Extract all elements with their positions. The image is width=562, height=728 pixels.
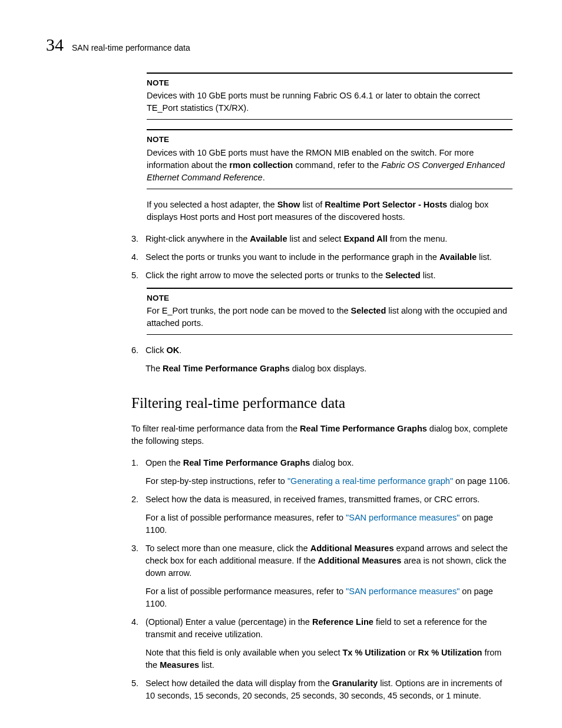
sub-paragraph: For a list of possible performance measu… [146, 585, 513, 610]
text: . [263, 173, 265, 182]
command-name: rmon collection [229, 160, 293, 170]
text: Open the [146, 458, 183, 467]
step-item: 4. (Optional) Enter a value (percentage)… [131, 616, 513, 671]
step-number: 4. [131, 616, 146, 671]
step-content: Click the right arrow to move the select… [146, 269, 513, 282]
text: dialog box. [310, 458, 353, 467]
note-block: NOTE Devices with 10 GbE ports must be r… [147, 73, 513, 120]
step-item: 4. Select the ports or trunks you want t… [131, 251, 513, 263]
text: For a list of possible performance measu… [146, 513, 346, 522]
step-content: (Optional) Enter a value (percentage) in… [146, 616, 513, 671]
text: Click [146, 345, 166, 355]
ui-label: Additional Measures [310, 543, 394, 553]
paragraph: If you selected a host adapter, the Show… [147, 199, 513, 223]
note-text: For E_Port trunks, the port node can be … [147, 305, 513, 330]
text: Select how detailed the data will displa… [146, 678, 332, 688]
text: Right-click anywhere in the [146, 234, 250, 243]
note-text: Devices with 10 GbE ports must be runnin… [147, 90, 513, 114]
note-label: NOTE [147, 292, 513, 304]
note-text: Devices with 10 GbE ports must have the … [147, 147, 513, 184]
step-content: Select how detailed the data will displa… [146, 677, 513, 702]
ui-label: Tx % Utilization [343, 648, 406, 657]
step-item: 6. Click OK. The Real Time Performance G… [131, 344, 513, 375]
step-item: 5. Select how detailed the data will dis… [131, 677, 513, 702]
step-number: 3. [131, 233, 146, 245]
ui-label: Measures [160, 660, 199, 670]
ui-label: Granularity [332, 678, 378, 688]
ui-label: Available [250, 234, 287, 243]
text: Select the ports or trunks you want to i… [146, 252, 439, 262]
step-item: 3. To select more than one measure, clic… [131, 542, 513, 610]
text: Click the right arrow to move the select… [146, 271, 385, 280]
step-number: 5. [131, 269, 146, 282]
step-content: Select the ports or trunks you want to i… [146, 251, 513, 263]
cross-ref-link[interactable]: "Generating a real-time performance grap… [287, 476, 453, 486]
ui-label: Expand All [343, 234, 387, 243]
text: To select more than one measure, click t… [146, 543, 310, 553]
text: Select how the data is measured, in rece… [146, 495, 480, 504]
note-label: NOTE [147, 77, 513, 89]
step-number: 2. [131, 493, 146, 536]
cross-ref-link[interactable]: "SAN performance measures" [346, 587, 459, 596]
section-heading: Filtering real-time performance data [131, 393, 513, 414]
text: on page 1106. [453, 476, 510, 486]
ui-label: Real Time Performance Graphs [163, 364, 290, 373]
note-block: NOTE For E_Port trunks, the port node ca… [147, 288, 513, 335]
body-column: NOTE For E_Port trunks, the port node ca… [147, 288, 513, 335]
note-label: NOTE [147, 134, 513, 146]
step-number: 3. [131, 542, 146, 610]
body-column: NOTE Devices with 10 GbE ports must be r… [147, 73, 513, 223]
ui-label: Rx % Utilization [418, 648, 482, 657]
ui-label: Reference Line [312, 617, 373, 627]
text: list of [300, 200, 325, 209]
text: command, refer to the [293, 160, 381, 170]
ui-label: Selected [351, 306, 386, 315]
step-number: 4. [131, 251, 146, 263]
text: dialog box displays. [290, 364, 367, 373]
text: list. [199, 660, 214, 670]
text: Note that this field is only available w… [146, 648, 343, 657]
text: (Optional) Enter a value (percentage) in… [146, 617, 312, 627]
text: or [406, 648, 418, 657]
text: If you selected a host adapter, the [147, 200, 277, 209]
cross-ref-link[interactable]: "SAN performance measures" [346, 513, 459, 522]
step-item: 5. Click the right arrow to move the sel… [131, 269, 513, 282]
text: To filter real-time performance data fro… [131, 424, 300, 433]
text: list. [421, 271, 436, 280]
step-item: 1. Open the Real Time Performance Graphs… [131, 457, 513, 487]
step-content: Click OK. The Real Time Performance Grap… [146, 344, 513, 375]
step-content: To select more than one measure, click t… [146, 542, 513, 610]
step-number: 6. [131, 344, 146, 375]
step-item: 3. Right-click anywhere in the Available… [131, 233, 513, 245]
ui-label: Available [439, 252, 477, 262]
text: list. [477, 252, 492, 262]
page-header: 34 SAN real-time performance data [46, 32, 513, 58]
step-number: 5. [131, 677, 146, 702]
note-block: NOTE Devices with 10 GbE ports must have… [147, 129, 513, 189]
step-list: 1. Open the Real Time Performance Graphs… [131, 457, 513, 702]
step-item: 2. Select how the data is measured, in r… [131, 493, 513, 536]
text: . [179, 345, 181, 355]
section: Filtering real-time performance data To … [131, 393, 513, 447]
text: For E_Port trunks, the port node can be … [147, 306, 351, 315]
text: list and select [287, 234, 343, 243]
sub-paragraph: For step-by-step instructions, refer to … [146, 475, 513, 487]
ui-label: Show [277, 200, 300, 209]
sub-paragraph: Note that this field is only available w… [146, 647, 513, 671]
text: For step-by-step instructions, refer to [146, 476, 287, 486]
step-content: Open the Real Time Performance Graphs di… [146, 457, 513, 487]
step-list: 6. Click OK. The Real Time Performance G… [131, 344, 513, 375]
ui-label: Real Time Performance Graphs [300, 424, 427, 433]
step-number: 1. [131, 457, 146, 487]
text: The [146, 364, 163, 373]
chapter-number: 34 [46, 32, 64, 58]
step-content: Right-click anywhere in the Available li… [146, 233, 513, 245]
sub-paragraph: The Real Time Performance Graphs dialog … [146, 363, 513, 375]
step-content: Select how the data is measured, in rece… [146, 493, 513, 536]
ui-label: OK [166, 345, 179, 355]
ui-label: Realtime Port Selector - Hosts [325, 200, 447, 209]
ui-label: Selected [385, 271, 421, 280]
page: 34 SAN real-time performance data NOTE D… [0, 0, 562, 728]
text: For a list of possible performance measu… [146, 587, 346, 596]
running-head: SAN real-time performance data [72, 42, 190, 54]
